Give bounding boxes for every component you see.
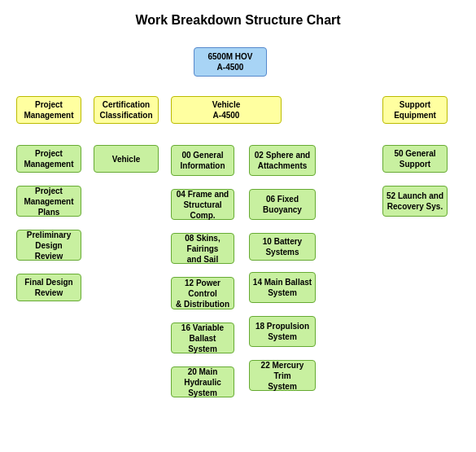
node-v9: 10 BatterySystems bbox=[249, 233, 316, 261]
node-v6: 20 MainHydraulicSystem bbox=[171, 366, 234, 397]
node-cert1: Vehicle bbox=[94, 145, 159, 173]
node-s1: 50 GeneralSupport bbox=[382, 145, 448, 173]
node-root: 6500M HOVA-4500 bbox=[194, 47, 267, 77]
node-support-category: SupportEquipment bbox=[382, 96, 448, 124]
node-v5: 16 VariableBallastSystem bbox=[171, 323, 234, 353]
node-v2: 04 Frame andStructuralComp. bbox=[171, 189, 234, 220]
node-v4: 12 PowerControl& Distribution bbox=[171, 277, 234, 309]
node-cert-category: CertificationClassification bbox=[94, 96, 159, 124]
node-v11: 18 PropulsionSystem bbox=[249, 316, 316, 347]
node-pm1: ProjectManagement bbox=[16, 145, 81, 173]
node-pm3: PreliminaryDesignReview bbox=[16, 230, 81, 261]
node-v7: 02 Sphere andAttachments bbox=[249, 145, 316, 176]
node-v10: 14 Main BallastSystem bbox=[249, 272, 316, 303]
page-title: Work Breakdown Structure Chart bbox=[8, 13, 468, 28]
node-vehicle-category: VehicleA-4500 bbox=[171, 96, 282, 124]
node-pm2: ProjectManagementPlans bbox=[16, 186, 81, 217]
node-v8: 06 FixedBuoyancy bbox=[249, 189, 316, 220]
node-v3: 08 Skins,Fairingsand Sail bbox=[171, 233, 234, 264]
node-pm-category: ProjectManagement bbox=[16, 96, 81, 124]
node-s2: 52 Launch andRecovery Sys. bbox=[382, 186, 448, 217]
node-v1: 00 GeneralInformation bbox=[171, 145, 234, 176]
node-v12: 22 Mercury TrimSystem bbox=[249, 360, 316, 391]
node-pm4: Final DesignReview bbox=[16, 274, 81, 301]
